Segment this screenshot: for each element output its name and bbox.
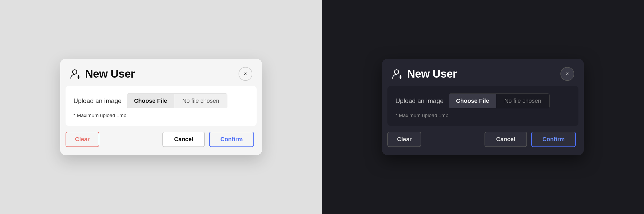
dark-close-button[interactable]: × — [560, 67, 574, 81]
light-close-button[interactable]: × — [239, 67, 252, 81]
light-modal-header: New User × — [60, 59, 262, 86]
dark-modal-footer: Clear Cancel Confirm — [382, 126, 584, 155]
dark-clear-button[interactable]: Clear — [387, 132, 421, 147]
light-max-upload-note: * Maximum upload 1mb — [74, 113, 249, 118]
light-no-file-text: No file chosen — [174, 94, 227, 108]
light-modal: New User × Upload an image Choose File N… — [60, 59, 262, 155]
light-clear-button[interactable]: Clear — [66, 132, 99, 147]
dark-modal: New User × Upload an image Choose File N… — [382, 59, 584, 155]
dark-upload-label: Upload an image — [395, 97, 443, 105]
light-modal-title: New User — [85, 68, 135, 80]
dark-confirm-button[interactable]: Confirm — [531, 132, 576, 147]
dark-modal-header: New User × — [382, 59, 584, 86]
dark-cancel-button[interactable]: Cancel — [485, 132, 527, 147]
dark-user-plus-icon — [392, 68, 403, 80]
dark-choose-file-button[interactable]: Choose File — [449, 94, 496, 108]
dark-title-group: New User — [392, 68, 457, 80]
light-file-input-group: Choose File No file chosen — [127, 93, 227, 108]
dark-modal-title: New User — [407, 68, 457, 80]
dark-no-file-text: No file chosen — [496, 94, 549, 108]
dark-max-upload-note: * Maximum upload 1mb — [395, 113, 570, 118]
light-confirm-button[interactable]: Confirm — [209, 132, 254, 147]
light-cancel-button[interactable]: Cancel — [162, 132, 205, 147]
dark-panel: New User × Upload an image Choose File N… — [322, 0, 644, 214]
dark-upload-row: Upload an image Choose File No file chos… — [395, 93, 570, 108]
light-modal-body: Upload an image Choose File No file chos… — [66, 86, 257, 126]
light-upload-row: Upload an image Choose File No file chos… — [74, 93, 249, 108]
light-title-group: New User — [70, 68, 135, 80]
light-choose-file-button[interactable]: Choose File — [127, 94, 174, 108]
light-panel: New User × Upload an image Choose File N… — [0, 0, 322, 214]
user-plus-icon — [70, 68, 81, 80]
svg-point-3 — [394, 70, 399, 74]
dark-modal-body: Upload an image Choose File No file chos… — [387, 86, 578, 126]
light-modal-footer: Clear Cancel Confirm — [60, 126, 262, 155]
light-upload-label: Upload an image — [74, 97, 122, 105]
svg-point-0 — [72, 70, 77, 74]
dark-file-input-group: Choose File No file chosen — [449, 93, 550, 108]
